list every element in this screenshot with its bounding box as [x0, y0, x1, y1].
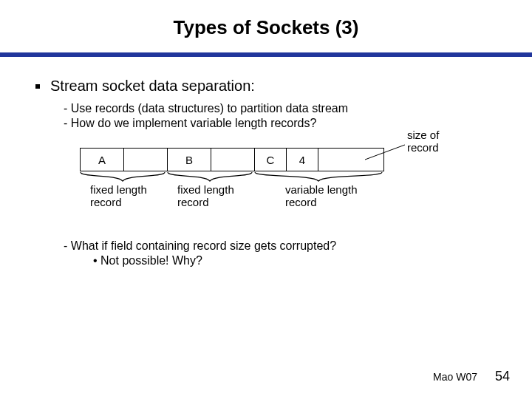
footer: Mao W07 54	[433, 369, 510, 384]
top-bullet-text: Stream socket data separation:	[50, 78, 255, 95]
brace-3-label: variable lengthrecord	[285, 183, 358, 209]
brace-2	[167, 171, 253, 182]
slide-title: Types of Sockets (3)	[0, 16, 532, 39]
cell-b: B	[168, 149, 211, 171]
cell-a-pad	[124, 149, 168, 171]
record-boxes: A B C 4	[80, 148, 384, 171]
cell-b-pad	[211, 149, 255, 171]
size-pointer-line	[359, 130, 411, 167]
sub-bullet-1: - Use records (data structures) to parti…	[64, 102, 497, 115]
cell-d: 4	[287, 149, 318, 171]
lower-bullets: - What if field containing record size g…	[64, 239, 497, 267]
cell-c: C	[255, 149, 287, 171]
brace-1-label: fixed lengthrecord	[90, 183, 147, 209]
lower-bullet-2: • Not possible! Why?	[93, 254, 497, 267]
cell-a: A	[81, 149, 124, 171]
brace-1	[80, 171, 166, 182]
svg-line-0	[365, 145, 405, 160]
brace-3	[254, 171, 383, 182]
content-area: Stream socket data separation: - Use rec…	[0, 57, 532, 267]
size-of-record-label: size ofrecord	[407, 129, 439, 154]
page-number: 54	[495, 369, 510, 384]
top-bullet: Stream socket data separation:	[35, 78, 497, 95]
brace-2-label: fixed lengthrecord	[177, 183, 234, 209]
record-diagram: size ofrecord A B C 4 fixed lengthrecord…	[64, 140, 497, 222]
sub-bullets: - Use records (data structures) to parti…	[64, 102, 497, 130]
footer-text: Mao W07	[433, 371, 477, 383]
square-bullet-icon	[35, 84, 40, 89]
lower-bullet-1: - What if field containing record size g…	[64, 239, 497, 253]
